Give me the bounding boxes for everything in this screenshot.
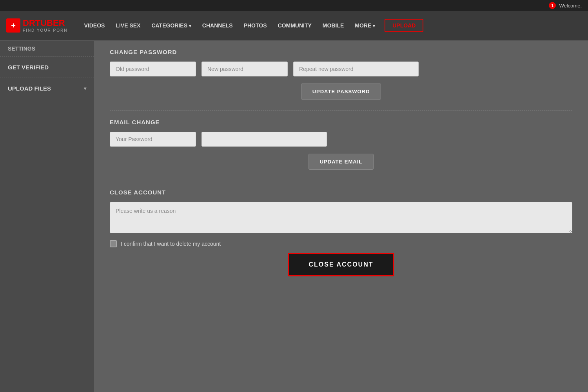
- nav-community[interactable]: COMMUNITY: [273, 19, 316, 32]
- sidebar-item-upload-files[interactable]: UPLOAD FILES ▾: [0, 78, 94, 99]
- logo[interactable]: + DRTUBER FIND YOUR PORN: [6, 18, 68, 33]
- logo-name: DRTUBER: [23, 18, 68, 28]
- email-change-form-row: [110, 132, 572, 147]
- email-change-title: EMAIL CHANGE: [110, 119, 572, 125]
- sidebar: SETTINGS GET VERIFIED UPLOAD FILES ▾: [0, 41, 94, 392]
- logo-prefix: DR: [23, 18, 35, 28]
- update-email-button[interactable]: UPDATE EMAIL: [309, 154, 374, 170]
- logo-text: DRTUBER FIND YOUR PORN: [23, 18, 68, 32]
- nav-channels[interactable]: CHANNELS: [198, 19, 238, 32]
- close-account-section: CLOSE ACCOUNT I confirm that I want to d…: [110, 189, 572, 287]
- layout: SETTINGS GET VERIFIED UPLOAD FILES ▾ CHA…: [0, 41, 588, 392]
- change-password-form-row: [110, 62, 572, 76]
- sidebar-item-get-verified[interactable]: GET VERIFIED: [0, 57, 94, 78]
- repeat-password-input[interactable]: [293, 62, 419, 76]
- email-password-input[interactable]: [110, 132, 196, 147]
- confirm-delete-checkbox[interactable]: [110, 240, 117, 247]
- confirm-delete-row: I confirm that I want to delete my accou…: [110, 240, 572, 247]
- close-account-title: CLOSE ACCOUNT: [110, 189, 572, 196]
- top-bar: 1 Welcome,: [0, 0, 588, 11]
- sidebar-arrow-icon: ▾: [84, 86, 86, 91]
- confirm-delete-label: I confirm that I want to delete my accou…: [121, 241, 221, 247]
- change-password-section: CHANGE PASSWORD UPDATE PASSWORD: [110, 49, 572, 111]
- close-account-reason-textarea[interactable]: [110, 202, 572, 233]
- update-password-btn-row: UPDATE PASSWORD: [110, 82, 572, 100]
- new-password-input[interactable]: [201, 62, 288, 76]
- change-password-title: CHANGE PASSWORD: [110, 49, 572, 55]
- update-password-button[interactable]: UPDATE PASSWORD: [301, 83, 381, 100]
- nav-categories[interactable]: CATEGORIES: [147, 19, 196, 32]
- main-content: CHANGE PASSWORD UPDATE PASSWORD EMAIL CH…: [94, 41, 588, 392]
- logo-tagline: FIND YOUR PORN: [23, 28, 68, 33]
- old-password-input[interactable]: [110, 62, 196, 76]
- upload-button[interactable]: UPLOAD: [385, 19, 423, 32]
- nav-photos[interactable]: PHOTOS: [239, 19, 272, 32]
- nav-live-sex[interactable]: LIVE SEX: [111, 19, 145, 32]
- header: + DRTUBER FIND YOUR PORN VIDEOS LIVE SEX…: [0, 11, 588, 41]
- new-email-input[interactable]: [201, 132, 327, 147]
- logo-icon: +: [6, 18, 20, 33]
- nav-mobile[interactable]: MOBILE: [318, 19, 348, 32]
- close-account-button[interactable]: CLOSE ACCOUNT: [288, 253, 394, 276]
- main-nav: VIDEOS LIVE SEX CATEGORIES CHANNELS PHOT…: [80, 19, 582, 32]
- welcome-text: Welcome,: [559, 3, 582, 9]
- nav-videos[interactable]: VIDEOS: [80, 19, 110, 32]
- nav-more[interactable]: MORE: [350, 19, 380, 32]
- logo-highlight: TUBER: [35, 18, 65, 28]
- notification-badge[interactable]: 1: [549, 2, 556, 9]
- close-account-btn-row: CLOSE ACCOUNT: [110, 253, 572, 276]
- sidebar-item-settings[interactable]: SETTINGS: [0, 41, 94, 57]
- update-email-btn-row: UPDATE EMAIL: [110, 152, 572, 170]
- email-change-section: EMAIL CHANGE UPDATE EMAIL: [110, 119, 572, 181]
